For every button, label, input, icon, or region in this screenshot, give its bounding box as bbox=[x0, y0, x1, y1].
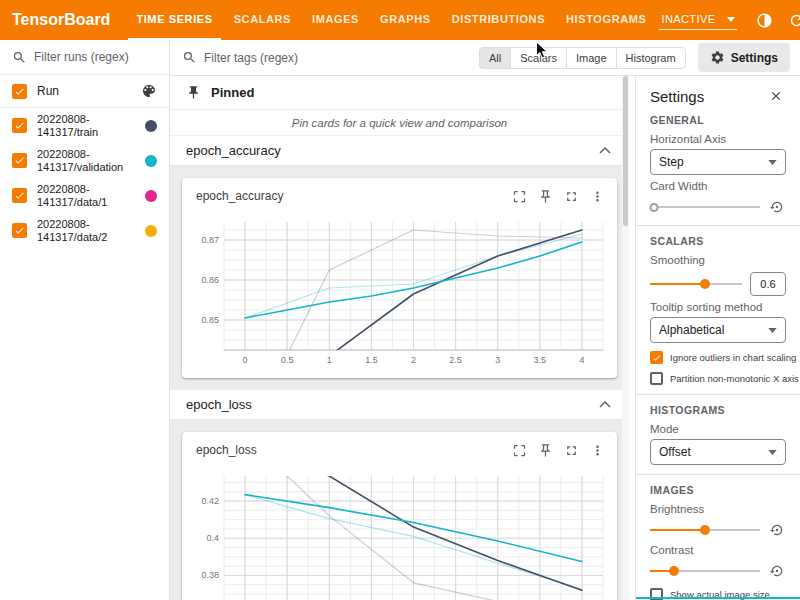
search-icon bbox=[12, 50, 27, 65]
chip-all[interactable]: All bbox=[479, 47, 511, 69]
fit-domain-icon[interactable] bbox=[507, 438, 531, 462]
nav-tabs: TIME SERIES SCALARS IMAGES GRAPHS DISTRI… bbox=[128, 0, 659, 40]
horizontal-axis-value: Step bbox=[659, 155, 684, 169]
run-checkbox[interactable] bbox=[12, 153, 27, 168]
scrollbar-thumb[interactable] bbox=[623, 76, 628, 226]
svg-text:0.85: 0.85 bbox=[201, 315, 219, 325]
run-row[interactable]: 20220808-141317/data/1 bbox=[0, 178, 169, 213]
tab-graphs[interactable]: GRAPHS bbox=[372, 0, 439, 40]
run-row[interactable]: 20220808-141317/validation bbox=[0, 143, 169, 178]
brightness-slider[interactable] bbox=[650, 524, 760, 536]
contrast-label: Contrast bbox=[650, 544, 786, 556]
epoch-accuracy-chart[interactable]: 00.511.522.533.540.850.860.87 bbox=[182, 214, 617, 368]
run-color-dot bbox=[145, 120, 157, 132]
smoothing-input[interactable] bbox=[750, 272, 786, 296]
smoothing-row bbox=[650, 272, 786, 296]
smoothing-slider[interactable] bbox=[650, 278, 742, 290]
svg-text:0.38: 0.38 bbox=[201, 570, 219, 580]
gear-icon bbox=[710, 50, 725, 65]
card-width-slider[interactable] bbox=[650, 201, 760, 213]
divider bbox=[636, 225, 800, 226]
settings-panel: Settings GENERAL Horizontal Axis Step Ca… bbox=[635, 76, 800, 600]
select-all-runs-checkbox[interactable] bbox=[12, 84, 27, 99]
tab-scalars[interactable]: SCALARS bbox=[226, 0, 299, 40]
fullscreen-icon[interactable] bbox=[559, 438, 583, 462]
check-icon bbox=[652, 353, 661, 363]
tags-filter-input[interactable] bbox=[204, 51, 354, 65]
chevron-down-icon bbox=[727, 17, 735, 22]
tag-type-filter-chips: All Scalars Image Histogram bbox=[479, 47, 686, 69]
contrast-slider[interactable] bbox=[650, 565, 760, 577]
settings-button[interactable]: Settings bbox=[698, 43, 790, 72]
tab-time-series[interactable]: TIME SERIES bbox=[128, 0, 220, 40]
histogram-mode-select[interactable]: Offset bbox=[650, 439, 786, 465]
horizontal-axis-select[interactable]: Step bbox=[650, 149, 786, 175]
run-row[interactable]: 20220808-141317/train bbox=[0, 108, 169, 143]
reset-icon[interactable] bbox=[768, 562, 786, 580]
partition-x-axis-row[interactable]: Partition non-monotonic X axis bbox=[650, 372, 786, 385]
svg-text:4: 4 bbox=[579, 355, 584, 365]
tooltip-sorting-value: Alphabetical bbox=[659, 323, 724, 337]
general-heading: GENERAL bbox=[650, 114, 786, 126]
run-checkbox[interactable] bbox=[12, 188, 27, 203]
check-icon bbox=[14, 190, 25, 201]
more-options-icon[interactable] bbox=[585, 438, 609, 462]
epoch-loss-chart[interactable]: 00.511.522.533.540.360.380.40.42 bbox=[182, 468, 617, 600]
run-row[interactable]: 20220808-141317/data/2 bbox=[0, 213, 169, 248]
run-color-palette-icon[interactable] bbox=[141, 83, 157, 99]
run-label: 20220808-141317/data/1 bbox=[37, 183, 137, 209]
scalars-heading: SCALARS bbox=[650, 235, 786, 247]
svg-text:2: 2 bbox=[411, 355, 416, 365]
divider bbox=[636, 474, 800, 475]
svg-text:3: 3 bbox=[495, 355, 500, 365]
dark-mode-toggle-icon[interactable] bbox=[751, 7, 777, 33]
horizontal-axis-label: Horizontal Axis bbox=[650, 133, 786, 145]
fit-domain-icon[interactable] bbox=[507, 184, 531, 208]
reset-icon[interactable] bbox=[768, 198, 786, 216]
section-title: epoch_loss bbox=[186, 397, 252, 412]
chip-image[interactable]: Image bbox=[566, 47, 617, 69]
contrast-row bbox=[650, 562, 786, 580]
chip-scalars[interactable]: Scalars bbox=[510, 47, 567, 69]
svg-text:0.5: 0.5 bbox=[281, 355, 294, 365]
pin-icon[interactable] bbox=[533, 438, 557, 462]
reset-icon[interactable] bbox=[768, 521, 786, 539]
content-scrollbar[interactable] bbox=[622, 76, 629, 600]
svg-text:0.42: 0.42 bbox=[201, 496, 219, 506]
partition-x-axis-checkbox[interactable] bbox=[650, 372, 663, 385]
run-checkbox[interactable] bbox=[12, 118, 27, 133]
brightness-label: Brightness bbox=[650, 503, 786, 515]
histogram-mode-value: Offset bbox=[659, 445, 691, 459]
section-epoch-loss[interactable]: epoch_loss bbox=[170, 390, 629, 420]
pinned-title: Pinned bbox=[211, 85, 254, 100]
tooltip-sorting-select[interactable]: Alphabetical bbox=[650, 317, 786, 343]
close-icon[interactable] bbox=[766, 86, 786, 106]
card-header: epoch_loss bbox=[182, 432, 617, 468]
tab-images[interactable]: IMAGES bbox=[304, 0, 367, 40]
check-icon bbox=[14, 120, 25, 131]
tab-histograms[interactable]: HISTOGRAMS bbox=[558, 0, 654, 40]
tooltip-sorting-label: Tooltip sorting method bbox=[650, 301, 786, 313]
runs-filter-input[interactable] bbox=[34, 50, 152, 64]
chevron-up-icon[interactable] bbox=[599, 401, 611, 408]
partition-x-axis-text: Partition non-monotonic X axis bbox=[670, 372, 799, 385]
reload-status-dropdown[interactable]: INACTIVE bbox=[659, 10, 737, 30]
svg-text:2.5: 2.5 bbox=[449, 355, 462, 365]
run-label: 20220808-141317/validation bbox=[37, 148, 137, 174]
section-epoch-accuracy[interactable]: epoch_accuracy bbox=[170, 136, 629, 166]
chip-histogram[interactable]: Histogram bbox=[616, 47, 686, 69]
fullscreen-icon[interactable] bbox=[559, 184, 583, 208]
card-actions bbox=[507, 438, 609, 462]
run-checkbox[interactable] bbox=[12, 223, 27, 238]
refresh-icon[interactable] bbox=[783, 7, 800, 33]
ignore-outliers-checkbox[interactable] bbox=[650, 351, 663, 364]
tab-distributions[interactable]: DISTRIBUTIONS bbox=[444, 0, 553, 40]
more-options-icon[interactable] bbox=[585, 184, 609, 208]
check-icon bbox=[14, 225, 25, 236]
pin-icon[interactable] bbox=[533, 184, 557, 208]
accent-divider bbox=[636, 597, 800, 599]
ignore-outliers-row[interactable]: Ignore outliers in chart scaling bbox=[650, 351, 786, 364]
run-color-dot bbox=[145, 155, 157, 167]
card-title: epoch_loss bbox=[196, 443, 507, 457]
chevron-up-icon[interactable] bbox=[599, 147, 611, 154]
